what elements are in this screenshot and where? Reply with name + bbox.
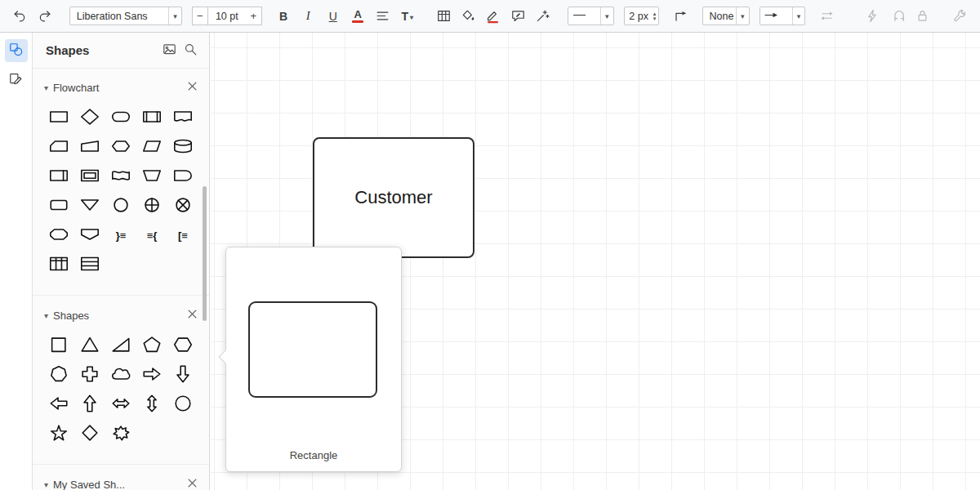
shape-irregular-star[interactable]	[105, 422, 136, 446]
font-color-label: A	[354, 10, 361, 20]
section-my-saved: ▾ My Saved Sh...	[33, 464, 209, 490]
preview-shape-label: Rectangle	[226, 449, 401, 461]
shape-star[interactable]	[43, 422, 74, 446]
shape-database[interactable]	[167, 136, 198, 159]
close-icon	[185, 78, 200, 96]
shape-circle[interactable]	[167, 393, 198, 416]
preparation-icon	[110, 136, 131, 160]
bold-button[interactable]: B	[272, 5, 295, 28]
font-size-decrease-button[interactable]: −	[192, 7, 208, 25]
line-style-select[interactable]: ▾	[568, 7, 614, 25]
connection-select[interactable]: None ▾	[702, 7, 750, 25]
shape-pentagon[interactable]	[136, 334, 167, 358]
shape-predefined-process[interactable]	[136, 106, 167, 130]
waypoints-button[interactable]	[669, 5, 692, 28]
shape-delay[interactable]	[167, 165, 198, 189]
close-section-button[interactable]	[183, 306, 201, 324]
flowchart-shape-grid: }≡≡{[≡	[33, 100, 209, 283]
sketch-icon	[8, 71, 24, 90]
insert-image-button[interactable]	[158, 40, 180, 61]
shape-block-arrow-right[interactable]	[136, 363, 167, 387]
chevron-down-icon: ▾	[44, 83, 48, 92]
shape-square[interactable]	[43, 334, 74, 358]
shape-heptagon[interactable]	[43, 363, 74, 387]
shape-decision[interactable]	[74, 106, 105, 130]
font-size-increase-button[interactable]: +	[246, 7, 262, 25]
shape-summing-junction[interactable]	[167, 194, 198, 218]
shape-manual-input[interactable]	[74, 136, 105, 159]
canvas-node-customer[interactable]: Customer	[313, 137, 474, 258]
shape-merge[interactable]	[74, 194, 105, 218]
section-header-shapes[interactable]: ▾ Shapes	[33, 303, 209, 327]
shape-triangle[interactable]	[74, 334, 105, 358]
popup-arrow	[219, 350, 233, 364]
hexagon-icon	[172, 334, 194, 359]
search-shapes-button[interactable]	[180, 40, 201, 61]
block-arrow-vertical-icon	[141, 393, 163, 417]
align-button[interactable]	[371, 5, 394, 28]
shape-loop-limit[interactable]	[43, 224, 74, 247]
underline-button[interactable]: U	[322, 5, 345, 28]
shape-diamond[interactable]	[74, 422, 105, 446]
decision-icon	[79, 106, 100, 131]
edit-style-button[interactable]	[506, 5, 529, 28]
toolbar: Liberation Sans ▾ − 10 pt + B I U A T ▾ …	[0, 0, 980, 33]
shape-internal-storage[interactable]	[43, 165, 74, 189]
line-color-button[interactable]	[482, 5, 505, 28]
section-header-flowchart[interactable]: ▾ Flowchart	[33, 75, 209, 100]
shape-block-arrow-vertical[interactable]	[136, 393, 167, 416]
shape-off-page-connector[interactable]	[74, 224, 105, 247]
line-width-spinner[interactable]: 2 px ▴▾	[624, 7, 660, 25]
star-icon	[48, 422, 69, 447]
shape-tape[interactable]	[105, 165, 136, 189]
redo-button[interactable]	[33, 5, 56, 28]
shape-block-arrow-horizontal[interactable]	[105, 393, 136, 416]
font-family-select[interactable]: Liberation Sans ▾	[69, 7, 182, 25]
card-icon	[48, 136, 69, 160]
shape-card[interactable]	[43, 136, 74, 159]
shape-annotation-bracket[interactable]: [≡	[167, 224, 198, 247]
shape-document[interactable]	[167, 106, 198, 130]
shape-frame[interactable]	[74, 165, 105, 189]
sidebar-header: Shapes	[33, 33, 209, 69]
shape-block-arrow-down[interactable]	[167, 363, 198, 387]
chevron-down-icon: ▾	[168, 7, 181, 24]
shape-cloud[interactable]	[105, 363, 136, 387]
shape-annotation-left[interactable]: ≡{	[136, 224, 167, 247]
shape-preparation[interactable]	[105, 136, 136, 159]
shape-process-alt[interactable]	[43, 194, 74, 218]
shape-block-arrow-left[interactable]	[43, 393, 74, 416]
close-section-button[interactable]	[183, 78, 201, 96]
shape-cross[interactable]	[74, 363, 105, 387]
shape-data[interactable]	[136, 136, 167, 159]
font-color-button[interactable]: A	[346, 5, 369, 28]
lightning-icon	[865, 8, 880, 24]
diagram-canvas[interactable]: Customer Rectangle	[211, 33, 980, 490]
shapes-panel-button[interactable]	[5, 39, 28, 62]
section-header-my-saved[interactable]: ▾ My Saved Sh...	[33, 472, 209, 490]
insert-table-button[interactable]	[432, 5, 455, 28]
shape-process[interactable]	[43, 106, 74, 130]
stepper-arrows-icon[interactable]: ▴▾	[653, 11, 659, 21]
shape-annotation-right[interactable]: }≡	[105, 224, 136, 247]
shape-manual-operation[interactable]	[136, 165, 167, 189]
shape-right-triangle[interactable]	[105, 334, 136, 358]
close-section-button[interactable]	[183, 475, 201, 490]
shape-block-arrow-up[interactable]	[74, 393, 105, 416]
fill-color-button[interactable]	[457, 5, 479, 28]
italic-button[interactable]: I	[296, 5, 319, 28]
undo-button[interactable]	[8, 5, 31, 28]
shape-terminator[interactable]	[105, 106, 136, 130]
autostyle-button[interactable]	[531, 5, 554, 28]
sidebar-scrollbar[interactable]	[203, 186, 207, 321]
irregular-star-icon	[110, 422, 131, 447]
sketch-panel-button[interactable]	[5, 69, 28, 91]
square-icon	[48, 334, 69, 359]
arrow-style-select[interactable]: ▾	[760, 7, 806, 25]
shape-column-table[interactable]	[43, 253, 74, 277]
shape-hexagon[interactable]	[167, 334, 198, 358]
text-options-button[interactable]: T ▾	[396, 5, 419, 28]
shape-row-table[interactable]	[74, 253, 105, 277]
shape-or-junction[interactable]	[136, 194, 167, 218]
shape-connector[interactable]	[105, 194, 136, 218]
